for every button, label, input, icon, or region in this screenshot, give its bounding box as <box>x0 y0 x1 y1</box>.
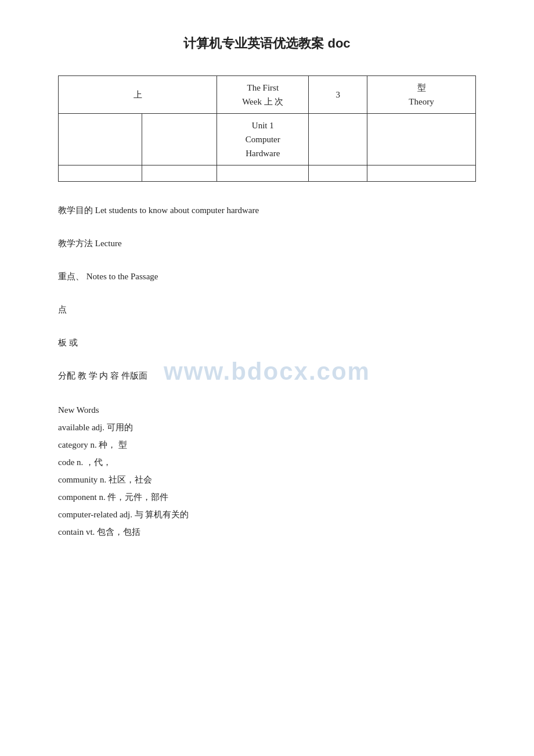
word-item-3: code n. ，代， <box>58 453 476 471</box>
table-cell-row1-col3: 3 <box>309 76 367 114</box>
new-words-title: New Words <box>58 401 476 419</box>
word-item-4: community n. 社区，社会 <box>58 471 476 488</box>
table-cell-row1-col4: 型 Theory <box>367 76 476 114</box>
table-cell-row3-col2 <box>142 165 217 182</box>
content-area: www.bdocx.com 教学目的 Let students to know … <box>58 203 476 541</box>
point-label: 点 <box>58 305 67 314</box>
table-cell-row3-col5 <box>367 165 476 182</box>
teaching-method-content: Lecture <box>95 239 122 248</box>
table-row-2: Unit 1 Computer Hardware <box>59 114 476 165</box>
page-title: 计算机专业英语优选教案 doc <box>58 35 476 52</box>
board-section: 板 或 <box>58 335 476 351</box>
assign-label: 分配 教 学 内 容 件版面 <box>58 371 147 380</box>
board-label: 板 或 <box>58 338 78 347</box>
table-cell-row2-col4 <box>309 114 367 165</box>
new-words-section: New Words available adj. 可用的 category n.… <box>58 401 476 541</box>
table-cell-row2-col1 <box>59 114 142 165</box>
word-item-1: available adj. 可用的 <box>58 419 476 436</box>
teaching-goal-section: 教学目的 Let students to know about computer… <box>58 203 476 218</box>
table-cell-row1-col2: The First Week 上 次 <box>217 76 309 114</box>
table-cell-row2-col5 <box>367 114 476 165</box>
word-item-7: contain vt. 包含，包括 <box>58 523 476 541</box>
table-cell-row3-col1 <box>59 165 142 182</box>
key-points-content: Notes to the Passage <box>86 272 158 281</box>
assign-section: 分配 教 学 内 容 件版面 <box>58 368 476 384</box>
table-cell-row3-col4 <box>309 165 367 182</box>
word-item-6: computer-related adj. 与 算机有关的 <box>58 506 476 523</box>
teaching-method-label: 教学方法 <box>58 239 93 248</box>
teaching-goal-label: 教学目的 <box>58 206 93 215</box>
table-cell-row3-col3 <box>217 165 309 182</box>
key-points-section: 重点、 Notes to the Passage <box>58 269 476 285</box>
table-cell-row1-col1: 上 <box>59 76 217 114</box>
word-item-2: category n. 种， 型 <box>58 436 476 453</box>
table-row-3 <box>59 165 476 182</box>
table-cell-row2-col3: Unit 1 Computer Hardware <box>217 114 309 165</box>
teaching-method-section: 教学方法 Lecture <box>58 236 476 251</box>
point-section: 点 <box>58 302 476 318</box>
word-item-5: component n. 件，元件，部件 <box>58 488 476 506</box>
table-row-1: 上 The First Week 上 次 3 型 Theory <box>59 76 476 114</box>
key-points-label: 重点、 <box>58 272 84 281</box>
table-cell-row2-col2 <box>142 114 217 165</box>
main-table: 上 The First Week 上 次 3 型 Theory Unit 1 C… <box>58 75 476 182</box>
teaching-goal-content: Let students to know about computer hard… <box>95 206 259 215</box>
